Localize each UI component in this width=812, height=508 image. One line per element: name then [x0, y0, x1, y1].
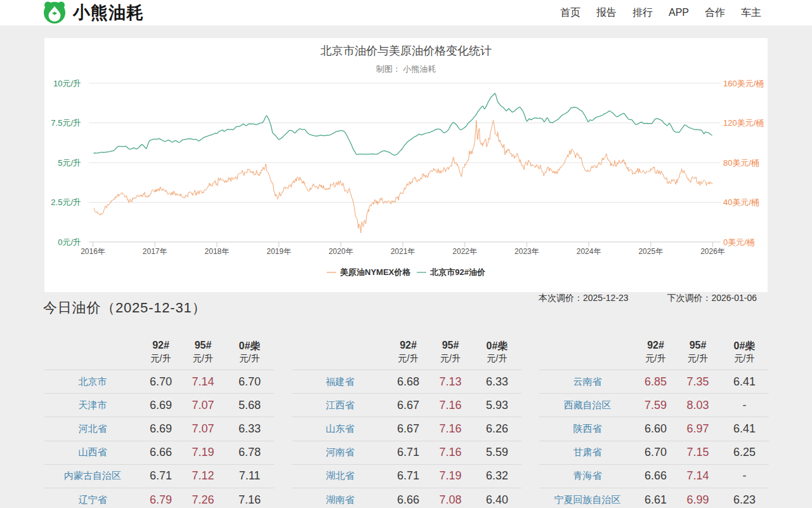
- svg-text:0美元/桶: 0美元/桶: [723, 237, 755, 247]
- svg-text:10元/升: 10元/升: [53, 79, 81, 88]
- svg-text:2.5元/升: 2.5元/升: [51, 197, 81, 207]
- svg-text:7.5元/升: 7.5元/升: [51, 118, 81, 128]
- svg-text:2021年: 2021年: [391, 247, 416, 256]
- svg-text:120美元/桶: 120美元/桶: [723, 118, 764, 128]
- svg-text:2016年: 2016年: [81, 247, 105, 256]
- svg-text:2020年: 2020年: [329, 247, 353, 256]
- svg-text:0元/升: 0元/升: [58, 237, 81, 247]
- svg-text:2018年: 2018年: [205, 247, 230, 256]
- svg-text:5元/升: 5元/升: [58, 158, 81, 168]
- svg-text:2025年: 2025年: [638, 247, 663, 256]
- svg-text:2023年: 2023年: [514, 247, 539, 256]
- svg-text:40美元/桶: 40美元/桶: [723, 197, 759, 207]
- svg-text:80美元/桶: 80美元/桶: [723, 158, 759, 168]
- svg-text:2019年: 2019年: [266, 247, 291, 256]
- svg-text:2017年: 2017年: [143, 247, 167, 256]
- svg-text:2022年: 2022年: [452, 247, 477, 256]
- svg-text:2026年: 2026年: [700, 247, 725, 256]
- svg-text:160美元/桶: 160美元/桶: [723, 79, 764, 88]
- svg-text:2024年: 2024年: [577, 247, 601, 256]
